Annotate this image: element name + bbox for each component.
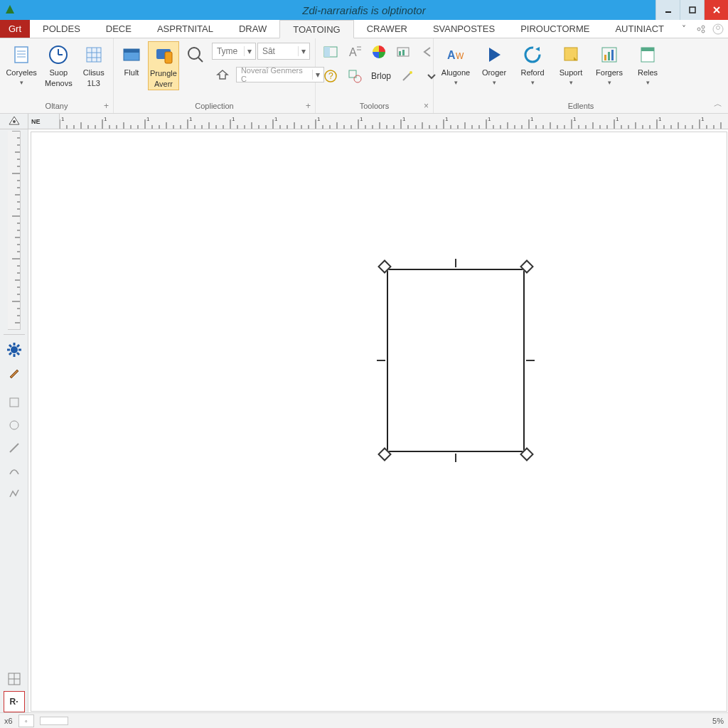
help-button[interactable]: ? [320, 65, 341, 87]
tab-autiniact[interactable]: AUTINIACT [602, 20, 677, 38]
window-title: Zdi-narrariafis is olptinotor [0, 4, 728, 16]
status-button[interactable]: ◦ [18, 714, 34, 727]
svg-text:1: 1 [701, 116, 705, 122]
svg-point-9 [717, 26, 720, 29]
maximize-button[interactable] [680, 0, 704, 20]
brush-tool[interactable] [4, 362, 25, 383]
prungle-label2: Averr [154, 80, 173, 89]
tool-a[interactable] [4, 392, 25, 413]
svg-point-5 [697, 28, 700, 31]
svg-text:1: 1 [189, 116, 193, 122]
coryeles-button[interactable]: Coryeles ▾ [4, 41, 38, 87]
colorwheel-button[interactable] [368, 41, 390, 63]
text-a-button[interactable]: A [344, 41, 365, 63]
window-controls [655, 0, 728, 20]
svg-point-197 [11, 346, 18, 353]
minimize-button[interactable] [655, 0, 680, 20]
wand-button[interactable] [397, 65, 418, 87]
tab-pirouctorme[interactable]: PIROUCTORME [508, 20, 602, 38]
tab-file[interactable]: Grt [0, 20, 30, 38]
clisus-label: Clisus [83, 68, 105, 77]
suport-button[interactable]: Suport▾ [553, 41, 589, 87]
svg-rect-30 [324, 47, 330, 57]
close-button[interactable] [704, 0, 728, 20]
chevron-down-icon: ▾ [569, 79, 573, 86]
type-combo[interactable]: Tyme▾ [212, 43, 256, 60]
ribbon: Coryeles ▾ Suop Menovs Clisus 1L3 Oltany… [0, 38, 728, 114]
ruler-vertical[interactable] [8, 131, 21, 330]
home-button[interactable] [212, 64, 233, 85]
chevron-down-icon: ▾ [646, 79, 650, 86]
sheet-icon [636, 43, 660, 67]
oroger-button[interactable]: Oroger▾ [476, 41, 512, 87]
svg-line-27 [198, 58, 203, 62]
prungle-button[interactable]: Prungle Averr [148, 41, 179, 90]
resize-handle-t[interactable] [455, 259, 456, 267]
shape-button[interactable] [344, 65, 365, 87]
resize-handle-l[interactable] [377, 360, 385, 361]
group-close-icon[interactable]: × [424, 101, 429, 111]
tool-c[interactable] [4, 437, 25, 459]
svg-rect-36 [399, 51, 401, 55]
layout-button[interactable] [320, 41, 341, 63]
svg-rect-52 [604, 55, 606, 60]
rectangle-body[interactable] [387, 269, 525, 452]
reford-button[interactable]: Reford▾ [515, 41, 550, 87]
tab-toatoing[interactable]: TOATOING [279, 20, 353, 38]
tab-crawer[interactable]: CRAWER [354, 20, 420, 38]
svg-text:1: 1 [146, 116, 150, 122]
chart-button[interactable] [392, 41, 414, 63]
ruler-unit-badge: NE [28, 114, 60, 129]
brlop-label[interactable]: Brlop [368, 71, 394, 81]
grid-tool[interactable] [4, 668, 25, 690]
ribbon-group-tooloors: A ? Brlop Tooloors× [316, 38, 434, 113]
svg-rect-53 [608, 52, 610, 60]
tab-dece[interactable]: DECE [93, 20, 144, 38]
clisus-button[interactable]: Clisus 1L3 [79, 41, 109, 89]
value-combo[interactable]: Sât▾ [257, 43, 310, 60]
ruler-horizontal[interactable]: 1111111111111111 [60, 114, 728, 129]
reles-button[interactable]: Reles▾ [630, 41, 665, 87]
gear-tool[interactable] [4, 339, 25, 360]
alugone-button[interactable]: AW Alugone▾ [438, 41, 473, 87]
tool-e[interactable] [4, 483, 25, 504]
resize-handle-b[interactable] [455, 454, 456, 462]
group-label-tooloors: Tooloors [360, 102, 390, 110]
svg-text:1: 1 [402, 116, 406, 122]
noveral-combo[interactable]: Noveraî Genmers C▾ [236, 67, 324, 82]
ribbon-collapse-button[interactable]: ︿ [714, 98, 722, 110]
tab-poldes[interactable]: POLDES [30, 20, 93, 38]
selected-rectangle-shape[interactable] [381, 263, 530, 458]
titlebar: Zdi-narrariafis is olptinotor [0, 0, 728, 20]
page-icon [9, 43, 33, 67]
tab-asprtnital[interactable]: ASPRTNITAL [144, 20, 226, 38]
magnify-button[interactable] [182, 41, 209, 68]
svg-text:1: 1 [530, 116, 534, 122]
tab-svanpostes[interactable]: SVANPOSTES [420, 20, 508, 38]
status-left: x6 [4, 717, 13, 725]
help-caret-icon[interactable]: ˅ [678, 23, 690, 35]
suop-button[interactable]: Suop Menovs [41, 41, 75, 89]
tab-draw[interactable]: DRAW [226, 20, 279, 38]
status-slot[interactable] [40, 717, 68, 725]
forgers-button[interactable]: Forgers▾ [592, 41, 627, 87]
group-launcher-icon[interactable]: + [306, 101, 311, 111]
clock-icon [46, 43, 70, 67]
flult-button[interactable]: Flult [118, 41, 145, 79]
record-tool[interactable]: R· [4, 691, 25, 712]
svg-text:1: 1 [616, 116, 619, 122]
svg-rect-2 [690, 7, 695, 13]
reford-label: Reford [520, 68, 544, 77]
group-launcher-icon[interactable]: + [104, 101, 109, 111]
suop-label: Suop [50, 68, 68, 77]
tool-b[interactable] [4, 414, 25, 436]
resize-handle-r[interactable] [526, 360, 535, 361]
share-icon[interactable] [695, 23, 707, 35]
text-style-icon: AW [444, 43, 468, 67]
svg-point-58 [13, 120, 16, 123]
ruler-origin-button[interactable] [0, 114, 28, 129]
canvas[interactable] [28, 129, 728, 712]
chevron-down-icon: ▾ [531, 79, 535, 86]
tool-d[interactable] [4, 460, 25, 481]
account-icon[interactable] [712, 23, 724, 35]
